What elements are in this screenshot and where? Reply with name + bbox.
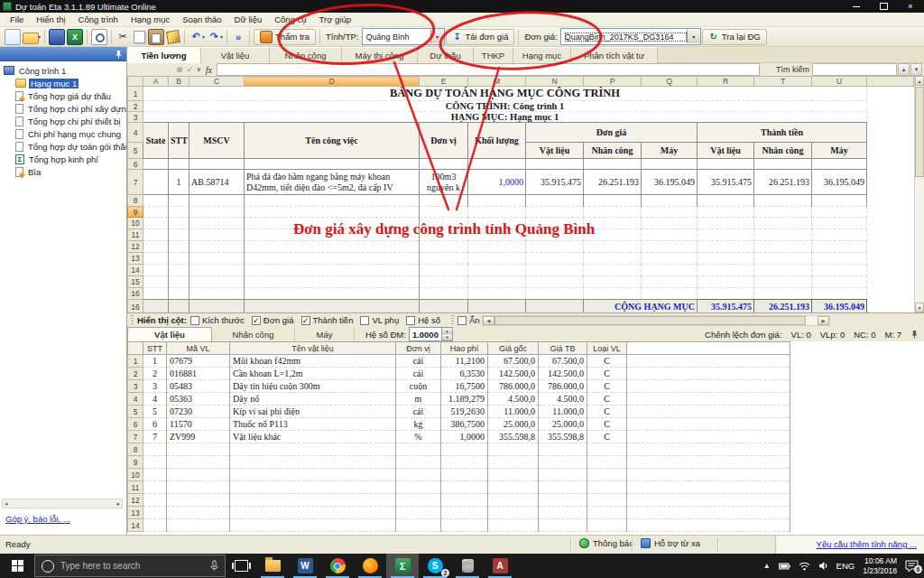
cell-stt[interactable]: 1: [169, 170, 189, 195]
tree-item-chi-phi-hang-muc-chung[interactable]: Chi phí hạng mục chung: [0, 127, 126, 140]
cell-tt-vat-lieu[interactable]: 35.915.475: [698, 170, 754, 195]
cell-khoi-luong[interactable]: 1,0000: [468, 170, 526, 195]
taskbar-firefox[interactable]: [354, 554, 386, 578]
total-vat-lieu[interactable]: 35.915.475: [698, 300, 754, 313]
battery-icon[interactable]: [779, 563, 790, 570]
horizontal-scrollbar[interactable]: ◀ ▶: [482, 315, 830, 326]
tab-phan-tich-vat-tu[interactable]: Phân tích vật tư: [571, 47, 658, 63]
feature-request-link[interactable]: Yêu cầu thêm tính năng ...: [817, 539, 917, 549]
tab-vat-lieu[interactable]: Vật liệu: [201, 47, 270, 63]
open-dropdown-caret[interactable]: ▾: [38, 33, 41, 40]
cell-mscv[interactable]: AB.58714: [189, 170, 245, 195]
cell-state[interactable]: [143, 170, 169, 195]
tinh-tp-caret-icon[interactable]: ▾: [430, 30, 444, 43]
tree-root-cong-trinh-1[interactable]: Công trình 1: [0, 64, 126, 77]
tab-nhan-cong[interactable]: Nhân công: [270, 47, 342, 63]
materials-grid-area[interactable]: STT Mã VL Tên vật liệu Đơn vị Hao phí Gi…: [127, 341, 924, 535]
taskbar-file-explorer[interactable]: [256, 554, 289, 578]
tab-hang-muc[interactable]: Hạng mục: [513, 47, 571, 63]
thong-bao-button[interactable]: Thông báo: [579, 538, 633, 548]
pin-icon[interactable]: [115, 50, 123, 60]
undo-icon[interactable]: ↶: [189, 30, 203, 44]
checkbox-icon[interactable]: [190, 316, 199, 325]
analysis-tab-may[interactable]: Máy: [295, 327, 355, 341]
find-next-icon[interactable]: ▼: [910, 63, 922, 76]
pin-icon[interactable]: [910, 330, 919, 340]
close-icon[interactable]: ×: [897, 0, 924, 13]
stepper-down-icon[interactable]: ▼: [442, 334, 452, 340]
run-icon[interactable]: »: [231, 30, 245, 44]
tree-horizontal-scrollbar[interactable]: ◂▸: [2, 499, 123, 508]
scroll-left-icon[interactable]: ◀: [483, 316, 494, 325]
menu-hien-thi[interactable]: Hiển thị: [30, 14, 71, 24]
scroll-thumb[interactable]: [915, 87, 924, 177]
start-button[interactable]: [0, 554, 34, 578]
open-folder-icon[interactable]: [23, 33, 39, 44]
checkbox-vl-phu[interactable]: VL phụ: [360, 315, 399, 325]
checkbox-icon[interactable]: [457, 316, 467, 325]
tai-don-gia-button[interactable]: ↧ Tải đơn giá: [446, 29, 515, 45]
scroll-down-icon[interactable]: ▼: [915, 303, 924, 312]
cell-tt-nhan-cong[interactable]: 26.251.193: [754, 170, 812, 195]
cell-dg-nhan-cong[interactable]: 26.251.193: [584, 170, 642, 195]
tree-item-tong-hop-gia-du-thau[interactable]: Tổng hợp giá dự thầu: [0, 89, 126, 102]
copy-icon[interactable]: [134, 31, 145, 43]
tray-chevron-icon[interactable]: ▲: [763, 562, 771, 570]
tree-item-tong-hop-du-toan-goi-thau[interactable]: Tổng hợp dự toán gói thầu: [0, 140, 126, 153]
analysis-tab-vat-lieu[interactable]: Vật liệu: [127, 327, 212, 341]
undo-dropdown-caret[interactable]: ▾: [202, 33, 205, 40]
tham-tra-button[interactable]: Thẩm tra: [254, 29, 316, 45]
cut-icon[interactable]: ✂: [116, 30, 130, 44]
analysis-tab-nhan-cong[interactable]: Nhân công: [212, 327, 295, 341]
scroll-thumb[interactable]: [494, 316, 806, 325]
total-may[interactable]: 36.195.049: [812, 300, 867, 313]
taskbar-chrome[interactable]: [321, 554, 354, 578]
checkbox-icon[interactable]: [406, 316, 415, 325]
menu-tro-giup[interactable]: Trợ giúp: [313, 14, 357, 24]
excel-export-icon[interactable]: [67, 29, 83, 45]
he-so-dm-stepper[interactable]: 1.0000 ▲▼: [409, 327, 453, 341]
menu-cong-trinh[interactable]: Công trình: [72, 14, 125, 24]
print-preview-icon[interactable]: [91, 29, 107, 45]
estimate-grid-area[interactable]: A B C D E M N P Q R T U 1 BẢNG DỰ TOÁN H…: [127, 76, 924, 312]
cancel-entry-icon[interactable]: ⊗: [176, 65, 183, 74]
cell-don-vi[interactable]: 100m3 nguyên k: [420, 170, 468, 195]
format-brush-icon[interactable]: [166, 29, 180, 43]
tab-thkp[interactable]: THKP: [474, 47, 513, 63]
confirm-entry-icon[interactable]: ✓: [187, 65, 194, 74]
redo-icon[interactable]: ↷: [207, 30, 221, 44]
feedback-link[interactable]: Góp ý, báo lỗi, ...: [5, 514, 70, 524]
tree-item-tong-hop-chi-phi-xay-dung[interactable]: Tổng hợp chi phí xây dựng: [0, 102, 126, 115]
tab-may-thi-cong[interactable]: Máy thi công: [342, 47, 418, 63]
formula-dropdown-icon[interactable]: ▾: [197, 65, 201, 74]
restore-icon[interactable]: [870, 0, 897, 13]
don-gia-caret-icon[interactable]: ▾: [687, 30, 700, 43]
active-row-header[interactable]: 9: [128, 207, 143, 218]
ho-tro-tu-xa-button[interactable]: Hỗ trợ từ xa: [641, 538, 700, 548]
language-indicator[interactable]: ENG: [836, 561, 855, 571]
tree-item-bia[interactable]: Bìa: [0, 165, 126, 178]
taskbar-search[interactable]: Type here to search: [34, 555, 226, 577]
checkbox-icon[interactable]: [252, 316, 261, 325]
menu-soan-thao[interactable]: Soạn thảo: [176, 14, 227, 24]
cell-dg-vat-lieu[interactable]: 35.915.475: [526, 170, 584, 195]
mic-icon[interactable]: [210, 560, 218, 572]
taskbar-access[interactable]: [484, 554, 516, 578]
tinh-tp-select[interactable]: Quảng Bình ▾: [362, 28, 445, 45]
taskbar-skype[interactable]: 2: [419, 554, 451, 578]
scroll-right-icon[interactable]: ▶: [818, 316, 829, 325]
tab-du-thau[interactable]: Dự thầu: [418, 47, 474, 63]
checkbox-he-so[interactable]: Hệ số: [406, 315, 440, 325]
save-icon[interactable]: [49, 29, 65, 45]
tree-item-tong-hop-chi-phi-thiet-bi[interactable]: Tổng hợp chi phí thiết bị: [0, 115, 126, 127]
cell-dg-may[interactable]: 36.195.049: [642, 170, 698, 195]
cell-ten-cong-viec[interactable]: Phá đá đào hầm ngang bằng máy khoan D42m…: [245, 170, 420, 195]
task-view-icon[interactable]: [226, 554, 256, 578]
checkbox-don-gia[interactable]: Đơn giá: [252, 315, 294, 325]
find-prev-icon[interactable]: ▲: [898, 63, 910, 76]
taskbar-word[interactable]: [289, 554, 321, 578]
find-input[interactable]: [812, 63, 897, 76]
wifi-icon[interactable]: [799, 562, 810, 571]
redo-dropdown-caret[interactable]: ▾: [220, 33, 223, 40]
vertical-scrollbar[interactable]: ▲ ▼: [914, 76, 924, 312]
